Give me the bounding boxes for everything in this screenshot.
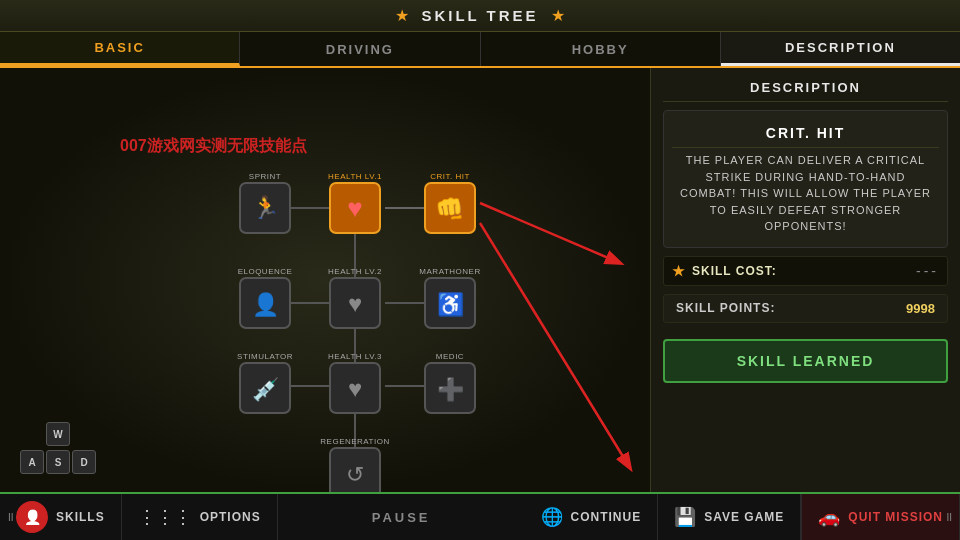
pause-right-indicator: II xyxy=(946,512,952,523)
quit-icon: 🚗 xyxy=(818,506,840,528)
skills-button[interactable]: 👤 SKILLS xyxy=(0,494,122,540)
description-panel: DESCRIPTION CRIT. HIT THE PLAYER CAN DEL… xyxy=(650,68,960,492)
skill-tree-svg: 🏃 SPRINT ♥ HEALTH LV.1 👊 CRIT. HIT 👤 ELO… xyxy=(0,68,650,492)
options-icon: ⋮⋮⋮ xyxy=(138,506,192,528)
options-button[interactable]: ⋮⋮⋮ OPTIONS xyxy=(122,494,278,540)
svg-text:👊: 👊 xyxy=(435,194,465,223)
svg-text:HEALTH LV.3: HEALTH LV.3 xyxy=(328,352,382,361)
skill-node-sprint[interactable]: 🏃 SPRINT xyxy=(240,172,290,233)
star-right-icon: ★ xyxy=(551,6,565,25)
save-icon: 💾 xyxy=(674,506,696,528)
tab-driving[interactable]: DRIVING xyxy=(240,32,480,66)
tab-description[interactable]: DESCRIPTION xyxy=(721,32,960,66)
pause-label: PAUSE xyxy=(278,494,525,540)
skill-points-row: SKILL POINTS: 9998 xyxy=(663,294,948,323)
skill-node-marathoner[interactable]: ♿ MARATHONER xyxy=(419,267,480,328)
bottom-right-items: 🌐 CONTINUE 💾 SAVE GAME 🚗 QUIT MISSION xyxy=(525,494,960,540)
svg-text:ELOQUENCE: ELOQUENCE xyxy=(238,267,293,276)
wasd-controls: W A S D xyxy=(20,422,96,474)
skill-node-health-lv1[interactable]: ♥ HEALTH LV.1 xyxy=(328,172,382,233)
header: ★ SKILL TREE ★ xyxy=(0,0,960,32)
svg-text:CRIT. HIT: CRIT. HIT xyxy=(430,172,470,181)
svg-text:♥: ♥ xyxy=(347,193,362,223)
skill-cost-label: SKILL COST: xyxy=(692,264,777,278)
skill-cost-row: ★ SKILL COST: --- xyxy=(663,256,948,286)
svg-text:👤: 👤 xyxy=(252,291,280,318)
quit-mission-label: QUIT MISSION xyxy=(848,510,943,524)
skill-node-stimulator[interactable]: 💉 STIMULATOR xyxy=(237,352,293,413)
svg-text:HEALTH LV.2: HEALTH LV.2 xyxy=(328,267,382,276)
key-d: D xyxy=(72,450,96,474)
pause-left-indicator: II xyxy=(8,512,14,523)
svg-text:🏃: 🏃 xyxy=(252,194,280,221)
continue-button[interactable]: 🌐 CONTINUE xyxy=(525,494,659,540)
watermark-text: 007游戏网实测无限技能点 xyxy=(120,136,307,157)
svg-text:➕: ➕ xyxy=(437,376,465,403)
star-left-icon: ★ xyxy=(395,6,409,25)
tab-bar: BASIC DRIVING HOBBY DESCRIPTION xyxy=(0,32,960,68)
skills-icon: 👤 xyxy=(16,501,48,533)
tab-basic[interactable]: BASIC xyxy=(0,32,240,66)
svg-text:💉: 💉 xyxy=(252,376,280,403)
svg-text:♥: ♥ xyxy=(348,375,362,402)
save-game-label: SAVE GAME xyxy=(704,510,784,524)
svg-text:MEDIC: MEDIC xyxy=(436,352,464,361)
svg-text:REGENERATION: REGENERATION xyxy=(320,437,389,446)
skill-tree-area: 007游戏网实测无限技能点 🏃 xyxy=(0,68,650,492)
skill-name: CRIT. HIT xyxy=(672,119,939,148)
continue-icon: 🌐 xyxy=(541,506,563,528)
bottom-bar: II 👤 SKILLS ⋮⋮⋮ OPTIONS PAUSE 🌐 CONTINUE… xyxy=(0,492,960,540)
svg-text:♿: ♿ xyxy=(437,291,465,318)
svg-text:HEALTH LV.1: HEALTH LV.1 xyxy=(328,172,382,181)
key-w: W xyxy=(46,422,70,446)
continue-label: CONTINUE xyxy=(571,510,642,524)
svg-line-40 xyxy=(480,223,630,468)
svg-text:STIMULATOR: STIMULATOR xyxy=(237,352,293,361)
skill-cost-dots: --- xyxy=(916,263,939,279)
svg-text:SPRINT: SPRINT xyxy=(249,172,281,181)
save-game-button[interactable]: 💾 SAVE GAME xyxy=(658,494,801,540)
skill-cost-icon: ★ xyxy=(672,263,686,279)
key-s: S xyxy=(46,450,70,474)
description-text: THE PLAYER CAN DELIVER A CRITICAL STRIKE… xyxy=(672,148,939,239)
svg-text:♥: ♥ xyxy=(348,290,362,317)
skill-node-regeneration[interactable]: ↺ REGENERATION xyxy=(320,437,389,492)
options-label: OPTIONS xyxy=(200,510,261,524)
tab-hobby[interactable]: HOBBY xyxy=(481,32,721,66)
key-a: A xyxy=(20,450,44,474)
skill-node-medic[interactable]: ➕ MEDIC xyxy=(425,352,475,413)
skill-node-eloquence[interactable]: 👤 ELOQUENCE xyxy=(238,267,293,328)
skill-node-crit-hit[interactable]: 👊 CRIT. HIT xyxy=(425,172,475,233)
skill-points-value: 9998 xyxy=(906,301,935,316)
quit-mission-button[interactable]: 🚗 QUIT MISSION xyxy=(801,494,960,540)
skill-points-label: SKILL POINTS: xyxy=(676,301,775,315)
main-content: 007游戏网实测无限技能点 🏃 xyxy=(0,68,960,492)
svg-line-39 xyxy=(480,203,620,263)
skills-label: SKILLS xyxy=(56,510,105,524)
skill-learned-button[interactable]: SKILL LEARNED xyxy=(663,339,948,383)
svg-text:MARATHONER: MARATHONER xyxy=(419,267,480,276)
description-header: DESCRIPTION xyxy=(663,80,948,102)
page-title: SKILL TREE xyxy=(421,7,538,24)
svg-text:↺: ↺ xyxy=(346,462,364,487)
